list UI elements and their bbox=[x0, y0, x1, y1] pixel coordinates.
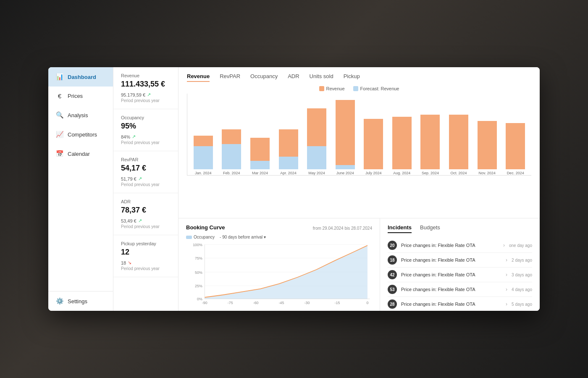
incident-time: 3 days ago bbox=[512, 273, 532, 277]
chevron-right-icon: › bbox=[506, 272, 507, 278]
bar-month-label: Nov. 2024 bbox=[478, 171, 495, 175]
svg-text:-90: -90 bbox=[202, 300, 207, 304]
tab-incidents[interactable]: Incidents bbox=[388, 224, 412, 233]
incident-badge: 42 bbox=[388, 270, 397, 279]
svg-text:50%: 50% bbox=[195, 270, 202, 274]
bar-chart-wrapper: Jan. 2024Feb. 2024Mar 2024Apr. 2024May 2… bbox=[187, 94, 531, 182]
prices-icon: € bbox=[56, 92, 63, 100]
revenue-bar-segment bbox=[194, 136, 213, 146]
forecast-bar-segment bbox=[336, 165, 355, 169]
svg-text:75%: 75% bbox=[195, 256, 202, 260]
metric-occupancy: Occupancy 95% 84% ↗ Period previous year bbox=[113, 109, 178, 151]
incidents-section: Incidents Budgets 20Price changes in: Fl… bbox=[380, 218, 540, 311]
incident-badge: 18 bbox=[388, 255, 397, 265]
trend-up-icon: ↗ bbox=[138, 218, 142, 223]
incident-time: 4 days ago bbox=[512, 287, 532, 292]
trend-up-icon: ↗ bbox=[147, 92, 151, 97]
bar-group-July-2024: July 2024 bbox=[359, 119, 388, 175]
tab-revpar[interactable]: RevPAR bbox=[220, 73, 240, 82]
incident-row[interactable]: 18Price changes in: Flexible Rate OTA›2 … bbox=[388, 253, 532, 268]
incidents-tab-bar: Incidents Budgets bbox=[388, 224, 532, 233]
bar-group-Mar-2024: Mar 2024 bbox=[246, 138, 274, 175]
calendar-icon: 📅 bbox=[56, 150, 63, 158]
days-before-arrival-dropdown[interactable]: - 90 days before arrival ▾ bbox=[220, 235, 266, 239]
settings-icon: ⚙️ bbox=[56, 297, 63, 305]
tab-occupancy[interactable]: Occupancy bbox=[250, 73, 278, 82]
tab-budgets[interactable]: Budgets bbox=[420, 224, 440, 233]
svg-text:-45: -45 bbox=[279, 300, 284, 304]
incident-badge: 20 bbox=[388, 241, 397, 250]
booking-curve-header: Booking Curve from 29.04.2024 bis 28.07.… bbox=[186, 224, 372, 232]
bar-month-label: Feb. 2024 bbox=[223, 171, 240, 175]
bar-group-Apr.-2024: Apr. 2024 bbox=[274, 129, 303, 175]
sidebar: 📊 Dashboard € Prices 🔍 Analysis 📈 Compet… bbox=[48, 67, 113, 311]
chart-legend: Revenue Forecast: Revenue bbox=[187, 86, 531, 91]
incident-text: Price changes in: Flexible Rate OTA bbox=[401, 287, 501, 292]
incident-text: Price changes in: Flexible Rate OTA bbox=[401, 243, 499, 248]
sidebar-item-settings[interactable]: ⚙️ Settings bbox=[48, 291, 113, 311]
svg-text:25%: 25% bbox=[195, 284, 202, 288]
svg-text:0: 0 bbox=[366, 300, 368, 304]
incident-badge: 28 bbox=[388, 299, 397, 309]
bar-month-label: June 2024 bbox=[336, 171, 354, 175]
svg-text:-30: -30 bbox=[304, 300, 310, 304]
bar-month-label: Apr. 2024 bbox=[280, 171, 297, 175]
tab-adr[interactable]: ADR bbox=[288, 73, 299, 82]
sidebar-item-competitors[interactable]: 📈 Competitors bbox=[48, 125, 113, 144]
booking-curve-chart: 100% 75% 50% 25% 0% -90 -75 -60 -45 -30 … bbox=[186, 239, 372, 305]
metric-pickup: Pickup yesterday 12 18 ↘ Period previous… bbox=[113, 235, 178, 277]
metrics-column: Revenue 111.433,55 € 95.179,59 € ↗ Perio… bbox=[113, 67, 178, 311]
revenue-bar-segment bbox=[392, 117, 412, 169]
booking-curve-section: Booking Curve from 29.04.2024 bis 28.07.… bbox=[178, 218, 380, 311]
sidebar-item-analysis[interactable]: 🔍 Analysis bbox=[48, 105, 113, 125]
bar-month-label: Jan. 2024 bbox=[195, 171, 212, 175]
incident-text: Price changes in: Flexible Rate OTA bbox=[401, 302, 501, 307]
incident-time: 5 days ago bbox=[512, 302, 532, 307]
bar-group-Dec.-2024: Dec. 2024 bbox=[501, 123, 530, 175]
chart-section: Revenue RevPAR Occupancy ADR Units sold … bbox=[178, 67, 540, 218]
bar-month-label: Oct. 2024 bbox=[450, 171, 467, 175]
competitors-icon: 📈 bbox=[56, 131, 63, 138]
incident-time: one day ago bbox=[509, 243, 532, 248]
bar-month-label: Mar 2024 bbox=[252, 171, 268, 175]
bar-group-May-2024: May 2024 bbox=[302, 108, 331, 175]
incident-row[interactable]: 53Price changes in: Flexible Rate OTA›4 … bbox=[388, 282, 532, 297]
bar-group-June-2024: June 2024 bbox=[331, 100, 360, 175]
sidebar-item-dashboard[interactable]: 📊 Dashboard bbox=[48, 67, 113, 87]
trend-up-icon: ↗ bbox=[132, 134, 136, 139]
metric-revpar: RevPAR 54,17 € 51,79 € ↗ Period previous… bbox=[113, 151, 178, 193]
metric-adr: ADR 78,37 € 53,49 € ↗ Period previous ye… bbox=[113, 193, 178, 235]
chevron-right-icon: › bbox=[503, 242, 505, 248]
trend-up-icon: ↗ bbox=[138, 176, 142, 181]
tab-units-sold[interactable]: Units sold bbox=[310, 73, 333, 82]
tab-revenue[interactable]: Revenue bbox=[187, 73, 210, 82]
svg-text:-15: -15 bbox=[335, 300, 340, 304]
legend-forecast-dot bbox=[353, 86, 358, 91]
sidebar-item-prices[interactable]: € Prices bbox=[48, 87, 113, 105]
right-panel: Revenue RevPAR Occupancy ADR Units sold … bbox=[178, 67, 540, 311]
sidebar-item-calendar[interactable]: 📅 Calendar bbox=[48, 144, 113, 163]
incident-time: 2 days ago bbox=[512, 258, 532, 262]
chevron-right-icon: › bbox=[506, 286, 507, 292]
incident-row[interactable]: 42Price changes in: Flexible Rate OTA›3 … bbox=[388, 268, 532, 282]
revenue-bar-segment bbox=[478, 121, 497, 169]
bar-group-Nov.-2024: Nov. 2024 bbox=[473, 121, 501, 175]
revenue-bar-segment bbox=[449, 115, 468, 169]
tab-pickup[interactable]: Pickup bbox=[344, 73, 360, 82]
incident-row[interactable]: 28Price changes in: Flexible Rate OTA›5 … bbox=[388, 297, 532, 311]
forecast-bar-segment bbox=[307, 146, 326, 169]
bar-group-Aug.-2024: Aug. 2024 bbox=[388, 117, 416, 175]
chart-tab-bar: Revenue RevPAR Occupancy ADR Units sold … bbox=[187, 73, 531, 82]
bar-chart: Jan. 2024Feb. 2024Mar 2024Apr. 2024May 2… bbox=[187, 94, 531, 176]
bar-group-Feb.-2024: Feb. 2024 bbox=[218, 129, 246, 175]
trend-down-icon: ↘ bbox=[128, 260, 131, 265]
svg-text:-75: -75 bbox=[228, 300, 233, 304]
revenue-bar-segment bbox=[222, 129, 241, 144]
legend-revenue: Revenue bbox=[319, 86, 345, 91]
revenue-bar-segment bbox=[420, 115, 440, 169]
incident-row[interactable]: 20Price changes in: Flexible Rate OTA›on… bbox=[388, 238, 532, 253]
analysis-icon: 🔍 bbox=[56, 111, 63, 119]
svg-text:-60: -60 bbox=[253, 300, 259, 304]
bar-month-label: Aug. 2024 bbox=[393, 171, 410, 175]
bar-group-Sep.-2024: Sep. 2024 bbox=[416, 115, 445, 175]
